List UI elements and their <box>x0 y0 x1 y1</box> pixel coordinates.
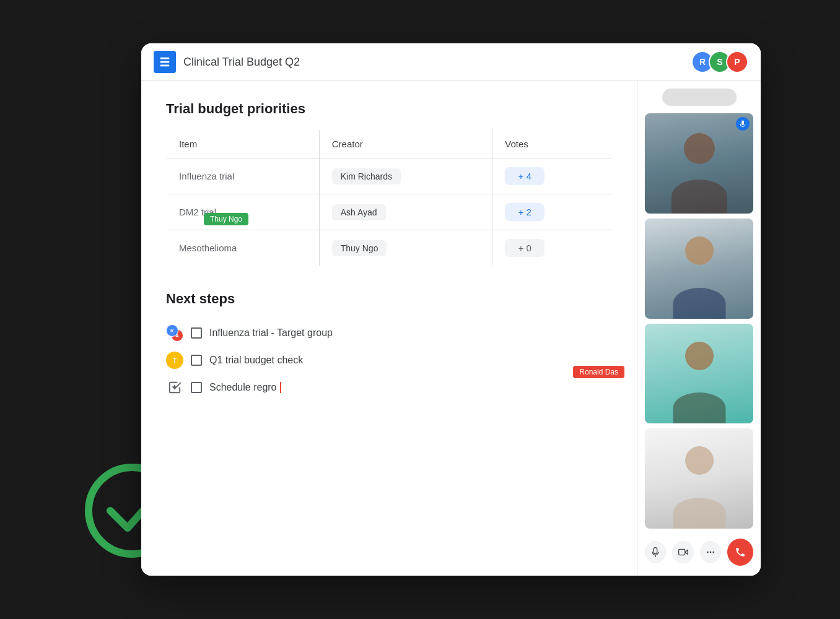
svg-point-12 <box>710 552 712 553</box>
svg-point-11 <box>707 552 709 553</box>
col-creator: Creator <box>319 130 492 158</box>
assignee-avatar-group-1: K A <box>166 324 183 342</box>
item-cell-1: Influenza trial <box>167 158 320 194</box>
list-item: T Q1 trial budget check <box>166 347 612 374</box>
creator-cell-2: Ash Ayad <box>319 194 492 230</box>
assignee-avatar-single-2: T <box>166 352 183 369</box>
video-tile-4 <box>645 428 753 529</box>
table-row: Influenza trial Kim Richards + 4 <box>167 158 612 194</box>
header: Clinical Trial Budget Q2 R S P <box>141 43 761 81</box>
next-steps-section: Next steps K A Influenza trial - Target … <box>166 291 612 401</box>
svg-point-13 <box>712 552 714 553</box>
cursor-tooltip-ronald: Ronald Das <box>573 366 624 378</box>
video-panel <box>637 81 761 576</box>
section2-title: Next steps <box>166 291 612 307</box>
video-tile-3 <box>645 324 753 424</box>
svg-rect-8 <box>743 126 743 128</box>
task-checkbox-2[interactable] <box>191 355 202 366</box>
item-cell-3: Thuy Ngo Mesothelioma <box>167 230 320 266</box>
cursor-tooltip-thuy: Thuy Ngo <box>204 213 248 225</box>
main-window: Clinical Trial Budget Q2 R S P Trial bud… <box>141 43 761 576</box>
camera-button[interactable] <box>672 541 693 563</box>
task-text-3: Schedule regro Ronald Das <box>209 382 612 394</box>
list-item: K A Influenza trial - Target group <box>166 319 612 347</box>
svg-rect-5 <box>160 65 170 67</box>
section1-title: Trial budget priorities <box>166 101 612 117</box>
col-votes: Votes <box>492 130 612 158</box>
votes-cell-2: + 2 <box>492 194 612 230</box>
task-checkbox-3[interactable] <box>191 382 202 393</box>
budget-table: Item Creator Votes Influenza trial Kim R… <box>166 129 612 266</box>
vote-badge-2[interactable]: + 2 <box>505 203 545 221</box>
more-button[interactable] <box>700 541 721 563</box>
cursor-caret-ronald <box>280 382 281 393</box>
avatar-small-1: K <box>166 324 178 337</box>
end-call-button[interactable] <box>727 539 753 566</box>
video-tile-2 <box>645 219 753 319</box>
mic-active-badge <box>736 117 750 131</box>
video-controls <box>645 534 753 568</box>
votes-cell-3: + 0 <box>492 230 612 266</box>
task-add-icon <box>166 379 183 396</box>
creator-cell-1: Kim Richards <box>319 158 492 194</box>
col-item: Item <box>167 130 320 158</box>
document-area: Trial budget priorities Item Creator Vot… <box>141 81 637 576</box>
svg-rect-3 <box>160 58 170 59</box>
mic-button[interactable] <box>645 541 666 563</box>
task-checkbox-1[interactable] <box>191 327 202 339</box>
svg-rect-4 <box>160 61 170 63</box>
video-panel-pill <box>662 89 737 106</box>
task-text-1: Influenza trial - Target group <box>209 327 612 339</box>
table-row: Thuy Ngo Mesothelioma Thuy Ngo + 0 <box>167 230 612 266</box>
votes-cell-1: + 4 <box>492 158 612 194</box>
header-avatars: R S P <box>691 51 748 73</box>
creator-chip-1: Kim Richards <box>332 168 401 184</box>
creator-cell-3: Thuy Ngo <box>319 230 492 266</box>
task-text-2: Q1 trial budget check <box>209 355 612 366</box>
vote-badge-3[interactable]: + 0 <box>505 239 545 257</box>
creator-chip-2: Ash Ayad <box>332 204 386 220</box>
svg-rect-10 <box>678 549 685 555</box>
list-item: Schedule regro Ronald Das <box>166 374 612 401</box>
avatar-p[interactable]: P <box>726 51 748 73</box>
document-icon <box>154 51 176 73</box>
task-list: K A Influenza trial - Target group T Q1 … <box>166 319 612 401</box>
content-area: Trial budget priorities Item Creator Vot… <box>141 81 761 576</box>
header-title: Clinical Trial Budget Q2 <box>183 56 691 69</box>
vote-badge-1[interactable]: + 4 <box>505 167 545 185</box>
creator-chip-3: Thuy Ngo <box>332 240 387 256</box>
video-tile-1 <box>645 113 753 214</box>
